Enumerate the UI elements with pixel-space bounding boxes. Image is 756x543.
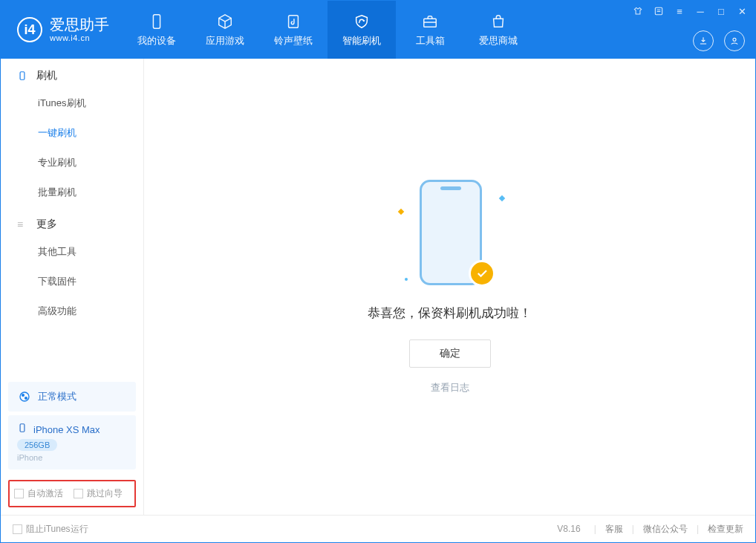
- svg-point-7: [22, 394, 25, 397]
- check-badge-icon: [469, 260, 495, 287]
- device-type: iPhone: [17, 453, 127, 462]
- checkbox-label: 自动激活: [27, 487, 63, 500]
- checkbox-icon: [13, 524, 22, 534]
- nav-label: 爱思商城: [479, 34, 518, 48]
- nav-label: 我的设备: [137, 34, 176, 48]
- shirt-icon[interactable]: [632, 5, 644, 17]
- nav-label: 应用游戏: [206, 34, 244, 48]
- window-controls: ≡ ─ □ ✕: [632, 5, 748, 17]
- sidebar-group-title: 刷机: [36, 69, 57, 82]
- app-header: i4 爱思助手 www.i4.cn 我的设备 应用游戏 铃声壁纸 智能刷机 工具…: [1, 1, 755, 59]
- sidebar-item-download-firmware[interactable]: 下载固件: [1, 267, 143, 296]
- sidebar: 刷机 iTunes刷机 一键刷机 专业刷机 批量刷机 ≡ 更多 其他工具 下载固…: [1, 59, 144, 515]
- main-nav: 我的设备 应用游戏 铃声壁纸 智能刷机 工具箱 爱思商城: [123, 1, 532, 59]
- checkbox-icon: [14, 489, 24, 498]
- sidebar-item-other-tools[interactable]: 其他工具: [1, 237, 143, 267]
- sidebar-item-oneclick-flash[interactable]: 一键刷机: [1, 118, 143, 148]
- nav-toolbox[interactable]: 工具箱: [396, 1, 464, 59]
- svg-point-8: [25, 397, 27, 400]
- shield-refresh-icon: [352, 12, 371, 31]
- success-illustration: [409, 180, 491, 291]
- sidebar-item-pro-flash[interactable]: 专业刷机: [1, 148, 143, 178]
- nav-store[interactable]: 爱思商城: [464, 1, 532, 59]
- footer-link-check-update[interactable]: 检查更新: [708, 523, 743, 536]
- svg-rect-2: [424, 19, 437, 27]
- nav-label: 智能刷机: [342, 34, 381, 48]
- footer-link-wechat[interactable]: 微信公众号: [643, 523, 688, 536]
- close-button[interactable]: ✕: [736, 5, 748, 17]
- svg-rect-1: [289, 16, 299, 28]
- svg-rect-9: [20, 424, 25, 432]
- checkbox-label: 跳过向导: [87, 487, 123, 500]
- device-mode-box[interactable]: 正常模式: [8, 382, 136, 412]
- footer-link-support[interactable]: 客服: [605, 523, 623, 536]
- device-mode-label: 正常模式: [38, 390, 76, 403]
- checkbox-icon: [74, 489, 83, 498]
- nav-label: 铃声壁纸: [274, 34, 313, 48]
- minimize-button[interactable]: ─: [694, 5, 706, 17]
- nav-smart-flash[interactable]: 智能刷机: [328, 1, 396, 59]
- header-right-actions: [693, 30, 745, 51]
- sidebar-group-flash: 刷机: [1, 59, 143, 88]
- menu-icon[interactable]: ≡: [674, 5, 685, 17]
- device-info-box[interactable]: iPhone XS Max 256GB iPhone: [8, 415, 136, 469]
- flash-options-row: 自动激活 跳过向导: [8, 480, 136, 507]
- sidebar-item-advanced[interactable]: 高级功能: [1, 296, 143, 326]
- ok-button[interactable]: 确定: [409, 339, 491, 368]
- svg-point-4: [733, 38, 736, 41]
- nav-my-device[interactable]: 我的设备: [123, 1, 191, 59]
- nav-ringtones-wallpapers[interactable]: 铃声壁纸: [259, 1, 328, 59]
- device-icon: [17, 71, 29, 81]
- toolbox-icon: [420, 12, 440, 31]
- logo-icon: i4: [17, 17, 42, 42]
- mode-icon: [17, 389, 32, 404]
- sidebar-group-more: ≡ 更多: [1, 207, 143, 237]
- skip-guide-checkbox[interactable]: 跳过向导: [74, 487, 123, 500]
- success-message: 恭喜您，保资料刷机成功啦！: [368, 305, 532, 322]
- music-file-icon: [284, 12, 303, 31]
- sidebar-item-batch-flash[interactable]: 批量刷机: [1, 178, 143, 207]
- list-icon[interactable]: [653, 5, 665, 17]
- checkbox-label: 阻止iTunes运行: [26, 523, 88, 536]
- auto-activate-checkbox[interactable]: 自动激活: [14, 487, 63, 500]
- svg-rect-0: [153, 15, 160, 28]
- nav-apps-games[interactable]: 应用游戏: [191, 1, 259, 59]
- device-capacity-badge: 256GB: [17, 439, 57, 451]
- svg-rect-3: [655, 7, 662, 14]
- svg-point-6: [20, 392, 29, 401]
- nav-label: 工具箱: [416, 34, 445, 48]
- list-icon: ≡: [17, 218, 29, 230]
- cube-icon: [215, 12, 235, 31]
- phone-icon: [17, 423, 27, 436]
- sidebar-group-title: 更多: [36, 218, 57, 231]
- main-content: 恭喜您，保资料刷机成功啦！ 确定 查看日志: [144, 59, 755, 515]
- maximize-button[interactable]: □: [715, 5, 727, 17]
- status-bar: 阻止iTunes运行 V8.16 | 客服 | 微信公众号 | 检查更新: [1, 515, 755, 542]
- app-title: 爱思助手: [50, 16, 109, 33]
- download-button[interactable]: [693, 30, 714, 51]
- block-itunes-checkbox[interactable]: 阻止iTunes运行: [13, 523, 88, 536]
- app-subtitle: www.i4.cn: [50, 33, 109, 43]
- version-label: V8.16: [557, 524, 580, 534]
- account-button[interactable]: [724, 30, 745, 51]
- sidebar-item-itunes-flash[interactable]: iTunes刷机: [1, 88, 143, 118]
- svg-rect-5: [20, 72, 25, 80]
- logo-area: i4 爱思助手 www.i4.cn: [1, 1, 123, 59]
- device-name: iPhone XS Max: [33, 424, 100, 435]
- phone-icon: [147, 12, 166, 31]
- view-log-link[interactable]: 查看日志: [431, 381, 469, 394]
- bag-icon: [489, 12, 508, 31]
